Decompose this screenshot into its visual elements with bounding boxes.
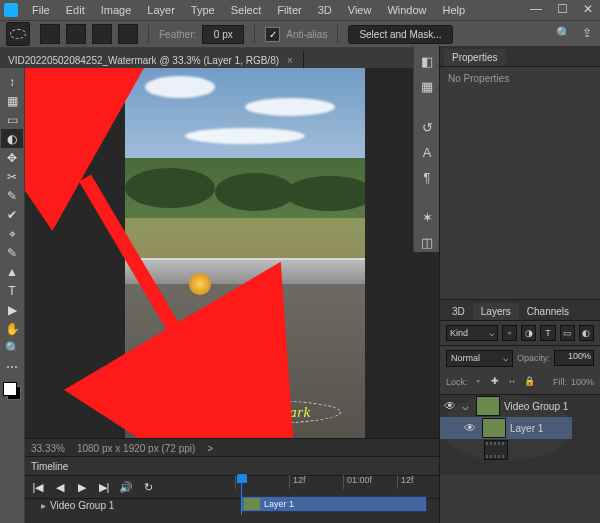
mini-para-icon[interactable]: ¶ bbox=[416, 168, 438, 187]
status-docinfo[interactable]: 1080 px x 1920 px (72 ppi) bbox=[77, 443, 195, 454]
tab-channels[interactable]: Channels bbox=[519, 303, 577, 320]
window-minimize[interactable]: — bbox=[528, 2, 544, 16]
tool-healing[interactable]: ✔ bbox=[1, 205, 23, 224]
window-maximize[interactable]: ☐ bbox=[554, 2, 570, 16]
layers-kind-select[interactable]: Kind⌵ bbox=[446, 325, 498, 341]
select-and-mask-button[interactable]: Select and Mask... bbox=[348, 25, 452, 44]
menu-edit[interactable]: Edit bbox=[58, 2, 93, 18]
timeline-play[interactable]: ▶ bbox=[75, 481, 89, 494]
menu-help[interactable]: Help bbox=[435, 2, 474, 18]
lock-pixels[interactable]: ▫ bbox=[472, 376, 485, 389]
timeline-next[interactable]: ▶| bbox=[97, 481, 111, 494]
search-icon[interactable]: 🔍 bbox=[554, 26, 572, 40]
clip-label: Layer 1 bbox=[264, 499, 294, 509]
feather-input[interactable] bbox=[202, 25, 244, 44]
layer-group[interactable]: 👁 ⌵ Video Group 1 bbox=[440, 395, 572, 417]
layers-tree: 👁 ⌵ Video Group 1 👁 Layer 1 bbox=[440, 395, 572, 461]
sel-mode-intersect[interactable] bbox=[118, 24, 138, 44]
opacity-value[interactable]: 100% bbox=[554, 350, 594, 366]
tool-more[interactable]: ⋯ bbox=[1, 357, 23, 376]
menu-file[interactable]: File bbox=[24, 2, 58, 18]
window-close[interactable]: ✕ bbox=[580, 2, 596, 16]
menu-select[interactable]: Select bbox=[223, 2, 270, 18]
blend-mode-select[interactable]: Normal⌵ bbox=[446, 350, 513, 367]
mini-history-icon[interactable]: ↺ bbox=[416, 118, 438, 137]
filter-pixel[interactable]: ▫ bbox=[502, 325, 517, 341]
status-caret[interactable]: > bbox=[207, 443, 213, 454]
mini-swatches-icon[interactable]: ▦ bbox=[416, 77, 438, 96]
tab-3d[interactable]: 3D bbox=[444, 303, 473, 320]
menubar: File Edit Image Layer Type Select Filter… bbox=[0, 0, 600, 21]
sel-mode-add[interactable] bbox=[66, 24, 86, 44]
lock-all[interactable]: 🔒 bbox=[523, 376, 536, 389]
eye-icon[interactable]: 👁 bbox=[444, 399, 458, 413]
menu-view[interactable]: View bbox=[340, 2, 380, 18]
right-mini-strip: ◧ ▦ ↺ A ¶ ✶ ◫ bbox=[413, 46, 440, 252]
tool-zoom[interactable]: 🔍 bbox=[1, 338, 23, 357]
tool-preset-icon[interactable] bbox=[6, 22, 30, 46]
menu-filter[interactable]: Filter bbox=[269, 2, 309, 18]
mini-styles-icon[interactable]: ◫ bbox=[416, 233, 438, 252]
filter-adjust[interactable]: ◑ bbox=[521, 325, 536, 341]
tool-artboard[interactable]: ▦ bbox=[1, 91, 23, 110]
tab-layers[interactable]: Layers bbox=[473, 303, 519, 320]
layer-thumb bbox=[482, 418, 506, 438]
filter-type[interactable]: T bbox=[540, 325, 555, 341]
antialias-checkbox[interactable]: ✓ bbox=[265, 27, 280, 42]
menu-type[interactable]: Type bbox=[183, 2, 223, 18]
timeline-playhead[interactable] bbox=[241, 475, 242, 515]
track-caret[interactable]: ▸ bbox=[41, 500, 46, 511]
tool-path[interactable]: ▶ bbox=[1, 300, 23, 319]
sel-mode-sub[interactable] bbox=[92, 24, 112, 44]
tool-crop[interactable]: ✂ bbox=[1, 167, 23, 186]
timeline-first[interactable]: |◀ bbox=[31, 481, 45, 494]
fill-value[interactable]: 100% bbox=[571, 377, 594, 387]
tool-quick-select[interactable]: ✥ bbox=[1, 148, 23, 167]
tab-properties[interactable]: Properties bbox=[444, 49, 506, 66]
group-caret[interactable]: ⌵ bbox=[462, 400, 472, 413]
tool-clone[interactable]: ✎ bbox=[1, 243, 23, 262]
annotation-arrows bbox=[25, 68, 445, 468]
menu-layer[interactable]: Layer bbox=[139, 2, 183, 18]
document-tab-close[interactable]: × bbox=[287, 55, 293, 66]
menu-window[interactable]: Window bbox=[379, 2, 434, 18]
tool-eyedropper[interactable]: ✎ bbox=[1, 186, 23, 205]
lock-position[interactable]: ✚ bbox=[489, 376, 502, 389]
feather-label: Feather: bbox=[159, 29, 196, 40]
tool-lasso[interactable]: ◐ bbox=[1, 129, 23, 148]
optbar-right: 🔍 ⇪ bbox=[554, 26, 596, 40]
menu-image[interactable]: Image bbox=[93, 2, 140, 18]
tool-type[interactable]: T bbox=[1, 281, 23, 300]
tool-brush[interactable]: ⌖ bbox=[1, 224, 23, 243]
mini-char-icon[interactable]: A bbox=[416, 143, 438, 162]
tool-hand[interactable]: ✋ bbox=[1, 319, 23, 338]
timeline-prev[interactable]: ◀ bbox=[53, 481, 67, 494]
layer-item[interactable]: 👁 Layer 1 bbox=[440, 417, 572, 439]
mini-adjust-icon[interactable]: ✶ bbox=[416, 208, 438, 227]
tool-gradient[interactable]: ▲ bbox=[1, 262, 23, 281]
separator bbox=[254, 25, 255, 43]
sel-mode-new[interactable] bbox=[40, 24, 60, 44]
fg-color[interactable] bbox=[3, 382, 17, 396]
mini-color-icon[interactable]: ◧ bbox=[416, 52, 438, 71]
menu-3d[interactable]: 3D bbox=[310, 2, 340, 18]
timeline-clip[interactable]: Layer 1 bbox=[241, 496, 427, 512]
timeline-loop[interactable]: ↻ bbox=[141, 481, 155, 494]
tool-marquee[interactable]: ▭ bbox=[1, 110, 23, 129]
track-label[interactable]: Video Group 1 bbox=[50, 500, 114, 511]
right-panels: Properties No Properties 3D Layers Chann… bbox=[439, 46, 600, 523]
filter-smart[interactable]: ◐ bbox=[579, 325, 594, 341]
layer-label: Layer 1 bbox=[510, 423, 543, 434]
eye-icon[interactable]: 👁 bbox=[464, 421, 478, 435]
share-icon[interactable]: ⇪ bbox=[578, 26, 596, 40]
status-zoom[interactable]: 33.33% bbox=[31, 443, 65, 454]
lock-label: Lock: bbox=[446, 377, 468, 387]
filter-shape[interactable]: ▭ bbox=[560, 325, 575, 341]
timeline-title: Timeline bbox=[31, 461, 68, 472]
lock-artboard[interactable]: ↔ bbox=[506, 376, 519, 389]
ps-logo bbox=[4, 3, 18, 17]
tool-move[interactable]: ↕ bbox=[1, 72, 23, 91]
color-swatches[interactable] bbox=[3, 382, 21, 400]
timeline-vol[interactable]: 🔊 bbox=[119, 481, 133, 494]
layer-smart-row[interactable] bbox=[440, 439, 572, 461]
